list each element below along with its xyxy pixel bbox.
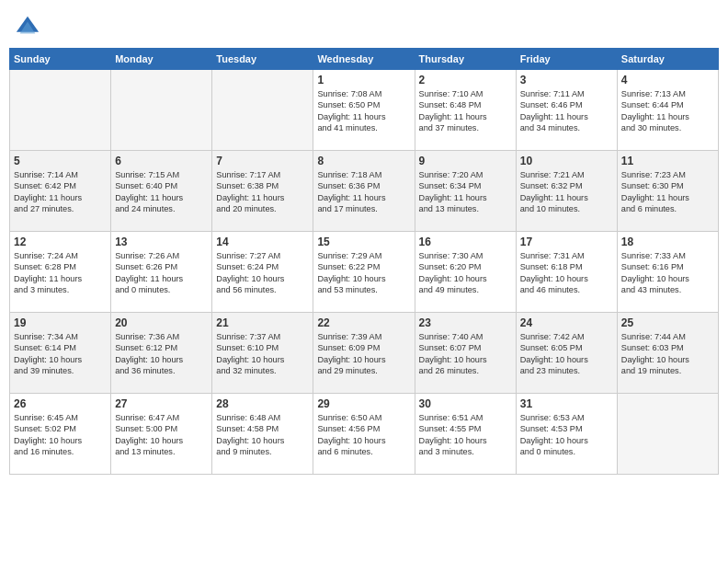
day-cell: 12Sunrise: 7:24 AM Sunset: 6:28 PM Dayli… xyxy=(10,232,111,313)
day-number: 16 xyxy=(419,236,512,248)
logo-icon xyxy=(15,15,40,40)
day-cell: 22Sunrise: 7:39 AM Sunset: 6:09 PM Dayli… xyxy=(313,313,415,394)
day-info: Sunrise: 7:18 AM Sunset: 6:36 PM Dayligh… xyxy=(317,169,410,215)
day-info: Sunrise: 6:45 AM Sunset: 5:02 PM Dayligh… xyxy=(14,412,107,458)
day-info: Sunrise: 7:37 AM Sunset: 6:10 PM Dayligh… xyxy=(216,331,309,377)
day-cell: 18Sunrise: 7:33 AM Sunset: 6:16 PM Dayli… xyxy=(617,232,718,313)
day-number: 3 xyxy=(520,74,613,86)
day-info: Sunrise: 7:29 AM Sunset: 6:22 PM Dayligh… xyxy=(317,250,410,296)
day-info: Sunrise: 7:11 AM Sunset: 6:46 PM Dayligh… xyxy=(520,88,613,134)
day-cell xyxy=(212,70,313,151)
day-info: Sunrise: 7:14 AM Sunset: 6:42 PM Dayligh… xyxy=(14,169,107,215)
day-cell: 3Sunrise: 7:11 AM Sunset: 6:46 PM Daylig… xyxy=(516,70,617,151)
day-info: Sunrise: 6:47 AM Sunset: 5:00 PM Dayligh… xyxy=(115,412,208,458)
day-info: Sunrise: 7:39 AM Sunset: 6:09 PM Dayligh… xyxy=(317,331,410,377)
day-cell: 30Sunrise: 6:51 AM Sunset: 4:55 PM Dayli… xyxy=(415,394,516,475)
day-number: 4 xyxy=(621,74,714,86)
day-number: 12 xyxy=(14,236,107,248)
day-number: 8 xyxy=(317,155,410,167)
day-info: Sunrise: 7:44 AM Sunset: 6:03 PM Dayligh… xyxy=(621,331,714,377)
day-info: Sunrise: 7:33 AM Sunset: 6:16 PM Dayligh… xyxy=(621,250,714,296)
day-cell: 1Sunrise: 7:08 AM Sunset: 6:50 PM Daylig… xyxy=(313,70,415,151)
day-number: 20 xyxy=(115,316,208,329)
day-number: 17 xyxy=(520,236,613,248)
day-number: 15 xyxy=(317,236,410,248)
day-cell: 13Sunrise: 7:26 AM Sunset: 6:26 PM Dayli… xyxy=(111,232,212,313)
day-cell: 19Sunrise: 7:34 AM Sunset: 6:14 PM Dayli… xyxy=(10,313,111,394)
day-cell: 23Sunrise: 7:40 AM Sunset: 6:07 PM Dayli… xyxy=(415,313,516,394)
day-number: 26 xyxy=(14,397,107,410)
day-info: Sunrise: 7:36 AM Sunset: 6:12 PM Dayligh… xyxy=(115,331,208,377)
column-header-monday: Monday xyxy=(111,49,212,70)
day-cell: 17Sunrise: 7:31 AM Sunset: 6:18 PM Dayli… xyxy=(516,232,617,313)
day-info: Sunrise: 7:23 AM Sunset: 6:30 PM Dayligh… xyxy=(621,169,714,215)
day-cell xyxy=(617,394,718,475)
day-info: Sunrise: 7:30 AM Sunset: 6:20 PM Dayligh… xyxy=(419,250,512,296)
day-info: Sunrise: 6:53 AM Sunset: 4:53 PM Dayligh… xyxy=(520,412,613,458)
day-number: 24 xyxy=(520,316,613,329)
day-info: Sunrise: 7:21 AM Sunset: 6:32 PM Dayligh… xyxy=(520,169,613,215)
day-cell: 24Sunrise: 7:42 AM Sunset: 6:05 PM Dayli… xyxy=(516,313,617,394)
day-number: 18 xyxy=(621,236,714,248)
day-info: Sunrise: 6:50 AM Sunset: 4:56 PM Dayligh… xyxy=(317,412,410,458)
day-number: 22 xyxy=(317,316,410,329)
day-number: 1 xyxy=(317,74,410,86)
day-cell: 6Sunrise: 7:15 AM Sunset: 6:40 PM Daylig… xyxy=(111,151,212,232)
day-cell: 11Sunrise: 7:23 AM Sunset: 6:30 PM Dayli… xyxy=(617,151,718,232)
day-info: Sunrise: 6:48 AM Sunset: 4:58 PM Dayligh… xyxy=(216,412,309,458)
day-info: Sunrise: 7:17 AM Sunset: 6:38 PM Dayligh… xyxy=(216,169,309,215)
day-number: 27 xyxy=(115,397,208,410)
column-header-saturday: Saturday xyxy=(617,49,718,70)
day-info: Sunrise: 6:51 AM Sunset: 4:55 PM Dayligh… xyxy=(419,412,512,458)
header-row: SundayMondayTuesdayWednesdayThursdayFrid… xyxy=(10,49,719,70)
day-number: 9 xyxy=(419,155,512,167)
week-row-1: 1Sunrise: 7:08 AM Sunset: 6:50 PM Daylig… xyxy=(10,70,719,151)
day-number: 13 xyxy=(115,236,208,248)
column-header-tuesday: Tuesday xyxy=(212,49,313,70)
day-cell: 26Sunrise: 6:45 AM Sunset: 5:02 PM Dayli… xyxy=(10,394,111,475)
day-cell: 14Sunrise: 7:27 AM Sunset: 6:24 PM Dayli… xyxy=(212,232,313,313)
day-info: Sunrise: 7:42 AM Sunset: 6:05 PM Dayligh… xyxy=(520,331,613,377)
day-number: 11 xyxy=(621,155,714,167)
day-number: 19 xyxy=(14,316,107,329)
day-cell: 10Sunrise: 7:21 AM Sunset: 6:32 PM Dayli… xyxy=(516,151,617,232)
logo xyxy=(13,15,40,40)
week-row-3: 12Sunrise: 7:24 AM Sunset: 6:28 PM Dayli… xyxy=(10,232,719,313)
day-cell: 29Sunrise: 6:50 AM Sunset: 4:56 PM Dayli… xyxy=(313,394,415,475)
week-row-5: 26Sunrise: 6:45 AM Sunset: 5:02 PM Dayli… xyxy=(10,394,719,475)
day-cell: 15Sunrise: 7:29 AM Sunset: 6:22 PM Dayli… xyxy=(313,232,415,313)
day-number: 25 xyxy=(621,316,714,329)
day-number: 28 xyxy=(216,397,309,410)
day-cell: 27Sunrise: 6:47 AM Sunset: 5:00 PM Dayli… xyxy=(111,394,212,475)
column-header-sunday: Sunday xyxy=(10,49,111,70)
day-info: Sunrise: 7:15 AM Sunset: 6:40 PM Dayligh… xyxy=(115,169,208,215)
day-info: Sunrise: 7:34 AM Sunset: 6:14 PM Dayligh… xyxy=(14,331,107,377)
day-cell: 8Sunrise: 7:18 AM Sunset: 6:36 PM Daylig… xyxy=(313,151,415,232)
day-number: 31 xyxy=(520,397,613,410)
day-info: Sunrise: 7:27 AM Sunset: 6:24 PM Dayligh… xyxy=(216,250,309,296)
day-cell: 2Sunrise: 7:10 AM Sunset: 6:48 PM Daylig… xyxy=(415,70,516,151)
day-info: Sunrise: 7:20 AM Sunset: 6:34 PM Dayligh… xyxy=(419,169,512,215)
day-cell: 4Sunrise: 7:13 AM Sunset: 6:44 PM Daylig… xyxy=(617,70,718,151)
column-header-friday: Friday xyxy=(516,49,617,70)
day-number: 29 xyxy=(317,397,410,410)
day-info: Sunrise: 7:40 AM Sunset: 6:07 PM Dayligh… xyxy=(419,331,512,377)
day-info: Sunrise: 7:31 AM Sunset: 6:18 PM Dayligh… xyxy=(520,250,613,296)
day-number: 14 xyxy=(216,236,309,248)
day-cell xyxy=(10,70,111,151)
day-cell: 31Sunrise: 6:53 AM Sunset: 4:53 PM Dayli… xyxy=(516,394,617,475)
day-info: Sunrise: 7:24 AM Sunset: 6:28 PM Dayligh… xyxy=(14,250,107,296)
day-number: 30 xyxy=(419,397,512,410)
page-header xyxy=(9,9,719,40)
column-header-thursday: Thursday xyxy=(415,49,516,70)
day-cell: 21Sunrise: 7:37 AM Sunset: 6:10 PM Dayli… xyxy=(212,313,313,394)
day-number: 2 xyxy=(419,74,512,86)
week-row-2: 5Sunrise: 7:14 AM Sunset: 6:42 PM Daylig… xyxy=(10,151,719,232)
day-info: Sunrise: 7:26 AM Sunset: 6:26 PM Dayligh… xyxy=(115,250,208,296)
day-number: 23 xyxy=(419,316,512,329)
day-number: 5 xyxy=(14,155,107,167)
day-number: 10 xyxy=(520,155,613,167)
day-cell: 28Sunrise: 6:48 AM Sunset: 4:58 PM Dayli… xyxy=(212,394,313,475)
day-number: 6 xyxy=(115,155,208,167)
column-header-wednesday: Wednesday xyxy=(313,49,415,70)
